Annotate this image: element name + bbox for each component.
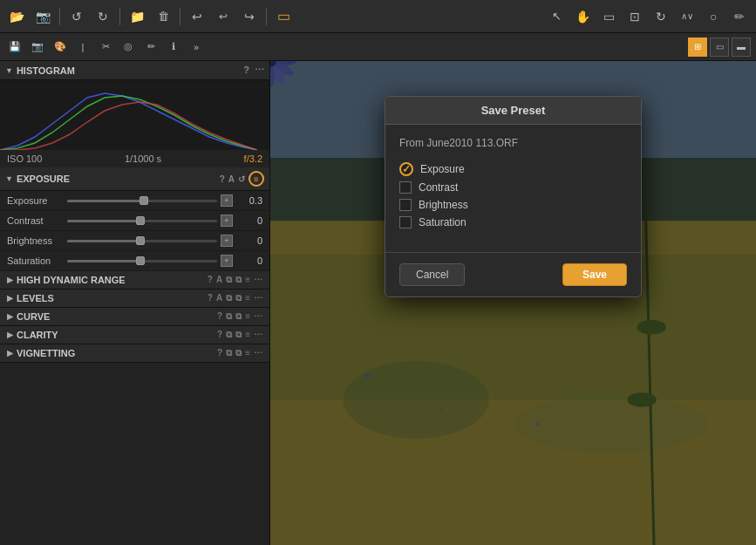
levels-auto-icon[interactable]: A [216,293,222,303]
histogram-title: HISTOGRAM [17,65,75,76]
levels-copy-icon[interactable]: ⧉ [226,293,232,303]
curve-menu-icon[interactable]: ≡ [245,311,250,322]
hdr-more-icon[interactable]: ⋯ [254,275,262,285]
curve-arrow: ▶ [7,312,13,321]
histogram-header[interactable]: ▼ HISTOGRAM ? ⋯ [0,61,269,80]
exposure-menu-icon[interactable]: ≡ [249,171,264,187]
tab-pencil[interactable]: ✏ [141,37,160,57]
vignetting-section[interactable]: ▶ VIGNETTING ? ⧉ ⧉ ≡ ⋯ [0,344,269,363]
clarity-menu-icon[interactable]: ≡ [245,330,250,340]
redo2-icon[interactable]: ↻ [92,5,114,28]
view-single-button[interactable]: ▭ [710,37,729,57]
contrast-slider-thumb[interactable] [136,216,145,225]
redo-icon[interactable]: ↪ [238,5,261,28]
clarity-icons: ? ⧉ ⧉ ≡ ⋯ [217,330,262,340]
undo-all-icon[interactable]: ↩ [212,5,235,28]
saturation-slider-row: Saturation + 0 [0,251,269,271]
undo-icon[interactable]: ↩ [186,5,208,28]
hdr-section[interactable]: ▶ HIGH DYNAMIC RANGE ? A ⧉ ⧉ ≡ ⋯ [0,271,269,290]
levels-help-icon[interactable]: ? [208,293,213,303]
tab-camera[interactable]: 📷 [28,37,47,57]
vignetting-more-icon[interactable]: ⋯ [254,348,262,358]
brightness-plus-btn[interactable]: + [221,235,233,247]
shutter-label: 1/1000 s [125,153,161,164]
circle-tool-icon[interactable]: ○ [702,5,725,28]
contrast-slider-fill [67,220,142,222]
checkbox-contrast[interactable] [399,181,412,194]
curve-copy-icon[interactable]: ⧉ [226,311,232,322]
cancel-button[interactable]: Cancel [399,263,465,286]
hdr-copy-icon[interactable]: ⧉ [226,275,232,285]
tab-color[interactable]: 🎨 [51,37,70,57]
hdr-paste-icon[interactable]: ⧉ [235,275,242,285]
tab-info[interactable]: ℹ [164,37,183,57]
clarity-paste-icon[interactable]: ⧉ [235,330,242,340]
hdr-auto-icon[interactable]: A [216,275,222,285]
crop-tool-icon[interactable]: ⊡ [623,5,646,28]
curve-help-icon[interactable]: ? [217,311,222,322]
curve-section[interactable]: ▶ CURVE ? ⧉ ⧉ ≡ ⋯ [0,308,269,326]
brightness-slider-track[interactable] [67,240,217,242]
wave-tool-icon[interactable]: ∧∨ [676,5,698,28]
levels-paste-icon[interactable]: ⧉ [235,293,242,303]
rect-select-icon[interactable]: ▭ [597,5,620,28]
brightness-slider-thumb[interactable] [136,236,145,245]
vignetting-help-icon[interactable]: ? [217,348,222,358]
hdr-menu-icon[interactable]: ≡ [245,275,250,285]
saturation-slider-thumb[interactable] [136,256,145,265]
curve-more-icon[interactable]: ⋯ [254,311,262,322]
saturation-slider-fill [67,260,142,262]
vignetting-paste-icon[interactable]: ⧉ [235,348,242,358]
brightness-value: 0 [236,235,262,246]
histogram-menu-icon[interactable]: ⋯ [255,65,264,76]
checkbox-saturation[interactable] [399,216,412,228]
save-button[interactable]: Save [562,263,627,286]
levels-menu-icon[interactable]: ≡ [245,293,250,303]
tab-filter[interactable]: ◎ [119,37,138,57]
vignetting-label: VIGNETTING [17,348,214,358]
exposure-auto-icon[interactable]: A [228,174,235,184]
contrast-slider-track[interactable] [67,220,217,222]
pen-tool-icon[interactable]: ✏ [728,5,751,28]
checkbox-brightness[interactable] [399,199,412,211]
checkbox-contrast-label: Contrast [419,181,458,194]
contrast-plus-btn[interactable]: + [221,215,233,227]
delete-icon[interactable]: 🗑 [152,5,174,28]
view-filmstrip-button[interactable]: ▬ [732,37,751,57]
clarity-copy-icon[interactable]: ⧉ [226,330,232,340]
contrast-slider-label: Contrast [7,215,64,226]
vignetting-copy-icon[interactable]: ⧉ [226,348,232,358]
exposure-help-icon[interactable]: ? [220,174,225,184]
undo2-icon[interactable]: ↺ [65,5,88,28]
checkbox-exposure[interactable]: ✓ [399,162,413,176]
clarity-help-icon[interactable]: ? [217,330,222,340]
exposure-value: 0.3 [236,195,262,206]
view-grid-button[interactable]: ⊞ [688,37,707,57]
batch-icon[interactable]: ▭ [272,5,295,28]
exposure-plus-btn[interactable]: + [221,194,233,207]
saturation-slider-track[interactable] [67,260,217,262]
exposure-slider-thumb[interactable] [140,196,148,205]
levels-section[interactable]: ▶ LEVELS ? A ⧉ ⧉ ≡ ⋯ [0,290,269,308]
arrow-tool-icon[interactable]: ↖ [545,5,568,28]
tab-bracket[interactable]: | [73,37,92,57]
save-preset-modal: Save Preset From June2010 113.ORF ✓ Expo… [385,96,642,297]
camera-icon[interactable]: 📷 [31,5,54,28]
tab-crop[interactable]: ✂ [96,37,115,57]
exposure-reset-icon[interactable]: ↺ [238,174,245,184]
curve-paste-icon[interactable]: ⧉ [235,311,242,322]
clarity-section[interactable]: ▶ CLARITY ? ⧉ ⧉ ≡ ⋯ [0,326,269,344]
hdr-help-icon[interactable]: ? [208,275,213,285]
exposure-slider-track[interactable] [67,200,217,202]
saturation-plus-btn[interactable]: + [221,255,233,267]
clarity-more-icon[interactable]: ⋯ [254,330,262,340]
hand-tool-icon[interactable]: ✋ [571,5,594,28]
vignetting-menu-icon[interactable]: ≡ [245,348,250,358]
open-folder-icon[interactable]: 📂 [5,5,28,28]
rotate-tool-icon[interactable]: ↻ [650,5,672,28]
open-icon[interactable]: 📁 [126,5,148,28]
tab-save[interactable]: 💾 [5,37,24,57]
levels-more-icon[interactable]: ⋯ [254,293,262,303]
tab-more[interactable]: » [187,37,206,57]
histogram-help-icon[interactable]: ? [243,65,249,76]
